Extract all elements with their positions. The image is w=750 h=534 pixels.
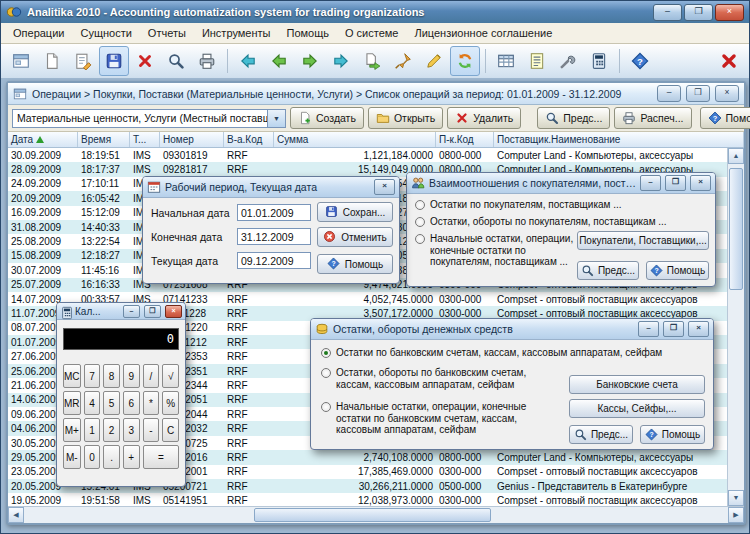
calc-key-=[interactable]: = (143, 445, 179, 469)
radio-option-turnovers[interactable]: Остатки, обороты по банковским счетам, к… (321, 367, 557, 390)
dialog-maximize-button[interactable]: ❒ (665, 175, 686, 191)
radio-option-turnovers[interactable]: Остатки, обороты по покупателям, поставщ… (415, 216, 667, 228)
scroll-right-icon[interactable]: ▶ (728, 507, 744, 523)
dialog-close-button[interactable]: × (374, 179, 395, 195)
bank-accounts-button[interactable]: Банковские счета (569, 375, 705, 394)
chevron-down-icon[interactable]: ▼ (267, 110, 285, 127)
column-header-number[interactable]: Номер (160, 132, 224, 147)
operations-window-titlebar[interactable]: Операции > Покупки, Поставки (Материальн… (8, 83, 744, 105)
dialog-close-button[interactable]: × (690, 175, 711, 191)
preview-button[interactable]: Предс... (577, 261, 639, 280)
menu-item[interactable]: Помощь (278, 25, 337, 41)
dialog-maximize-button[interactable]: ❒ (144, 305, 161, 318)
help-button[interactable]: ? Помощь (646, 261, 709, 280)
toolbar-document-button[interactable] (37, 46, 67, 76)
calc-key-MR[interactable]: MR (63, 391, 81, 415)
table-row[interactable]: 30.09.200918:19:51IMS09301819RRF1,121,18… (8, 148, 727, 162)
dialog-maximize-button[interactable]: ❒ (663, 321, 684, 337)
toolbar-forward-button[interactable] (326, 46, 356, 76)
toolbar-delete-button[interactable] (130, 46, 160, 76)
radio-option-balances[interactable]: Остатки по банковским счетам, кассам, ка… (321, 347, 662, 359)
help-button[interactable]: ? Помощь (640, 425, 705, 444)
help-button[interactable]: ? Помощь (317, 254, 393, 274)
dialog-titlebar[interactable]: Взаимоотношения с покупателями, поставщи… (407, 173, 715, 194)
scroll-left-icon[interactable]: ◀ (8, 507, 24, 523)
calc-key--[interactable]: - (143, 418, 160, 442)
column-header-supplier-code[interactable]: П-к.Код (436, 132, 494, 147)
toolbar-form-button[interactable] (6, 46, 36, 76)
preview-button[interactable]: Предс... (537, 107, 610, 129)
child-minimize-button[interactable]: – (657, 85, 681, 102)
menu-item[interactable]: О системе (337, 25, 406, 41)
cash-safes-button[interactable]: Кассы, Сейфы,... (569, 399, 705, 418)
toolbar-back-button[interactable] (233, 46, 263, 76)
horizontal-scrollbar[interactable]: ◀ ▶ (8, 506, 744, 523)
toolbar-refresh-button[interactable] (450, 46, 480, 76)
calc-key-M-[interactable]: M- (63, 445, 81, 469)
calc-key-7[interactable]: 7 (84, 364, 101, 388)
toolbar-memo-button[interactable] (522, 46, 552, 76)
calc-key-9[interactable]: 9 (123, 364, 140, 388)
dialog-minimize-button[interactable]: – (123, 305, 140, 318)
toolbar-help-button[interactable]: ? (625, 46, 655, 76)
radio-option-full[interactable]: Начальные остатки, операции, конечные ос… (321, 401, 557, 436)
toolbar-search-button[interactable] (161, 46, 191, 76)
scroll-up-icon[interactable]: ▲ (728, 148, 744, 164)
dialog-minimize-button[interactable]: – (640, 175, 661, 191)
calc-key-.[interactable]: . (103, 445, 120, 469)
calc-key-0[interactable]: 0 (84, 445, 101, 469)
close-button[interactable]: × (715, 4, 744, 21)
preview-button[interactable]: Предс... (569, 425, 633, 444)
menu-item[interactable]: Отчеты (140, 25, 194, 41)
toolbar-exit-button[interactable] (714, 46, 744, 76)
menu-item[interactable]: Инструменты (194, 25, 279, 41)
save-button[interactable]: Сохран... (317, 202, 393, 222)
current-date-field[interactable]: 09.12.2009 (237, 252, 311, 269)
vertical-scrollbar[interactable]: ▲ ▼ (727, 148, 744, 506)
partners-button[interactable]: Покупатели, Поставщики,... (577, 231, 709, 250)
toolbar-notepad-button[interactable] (68, 46, 98, 76)
dialog-titlebar[interactable]: Кал... – ❒ × (57, 303, 185, 320)
create-button[interactable]: Создать (290, 107, 364, 129)
calc-key-%[interactable]: % (162, 391, 179, 415)
dialog-titlebar[interactable]: Остатки, обороты денежных средств – ❒ × (311, 319, 713, 340)
calc-key-M+[interactable]: M+ (63, 418, 81, 442)
vertical-scroll-thumb[interactable] (729, 168, 743, 290)
column-header-sum[interactable]: Сумма (274, 132, 436, 147)
column-header-supplier-name[interactable]: Поставщик.Наименование (494, 132, 744, 147)
vertical-scroll-track[interactable] (728, 164, 744, 490)
maximize-button[interactable]: ❒ (684, 4, 713, 21)
start-date-field[interactable]: 01.01.2009 (237, 204, 311, 221)
toolbar-save-button[interactable] (99, 46, 129, 76)
operation-type-combobox[interactable]: Материальные ценности, Услуги (Местный п… (12, 109, 286, 128)
column-header-currency-code[interactable]: В-а.Код (224, 132, 274, 147)
delete-button[interactable]: Удалить (447, 107, 521, 129)
dialog-close-button[interactable]: × (165, 305, 182, 318)
calc-key-1[interactable]: 1 (84, 418, 101, 442)
calc-key-2[interactable]: 2 (103, 418, 120, 442)
toolbar-print-button[interactable] (192, 46, 222, 76)
toolbar-arrow-left-button[interactable] (264, 46, 294, 76)
radio-option-full[interactable]: Начальные остатки, операции, конечные ос… (415, 233, 583, 268)
calc-key-C[interactable]: C (162, 418, 179, 442)
table-row[interactable]: 19.05.200919:51:58IMS05141951RRF12,038,9… (8, 493, 727, 506)
calc-key-MC[interactable]: MC (63, 364, 81, 388)
toolbar-calculator-button[interactable] (584, 46, 614, 76)
end-date-field[interactable]: 31.12.2009 (237, 228, 311, 245)
column-header-date[interactable]: Дата (8, 132, 78, 147)
open-button[interactable]: Открыть (368, 107, 443, 129)
menu-item[interactable]: Сущности (72, 25, 139, 41)
calc-key-3[interactable]: 3 (123, 418, 140, 442)
toolbar-pin-button[interactable] (388, 46, 418, 76)
menu-item[interactable]: Лицензионное соглашение (406, 25, 560, 41)
toolbar-export-button[interactable] (357, 46, 387, 76)
calc-key-√[interactable]: √ (162, 364, 179, 388)
calc-key-*[interactable]: * (143, 391, 160, 415)
calc-key-6[interactable]: 6 (123, 391, 140, 415)
print-button[interactable]: Распеч... (614, 107, 691, 129)
column-header-time[interactable]: Время (78, 132, 130, 147)
calc-key-5[interactable]: 5 (103, 391, 120, 415)
scroll-down-icon[interactable]: ▼ (728, 490, 744, 506)
dialog-minimize-button[interactable]: – (638, 321, 659, 337)
toolbar-edit-button[interactable] (419, 46, 449, 76)
